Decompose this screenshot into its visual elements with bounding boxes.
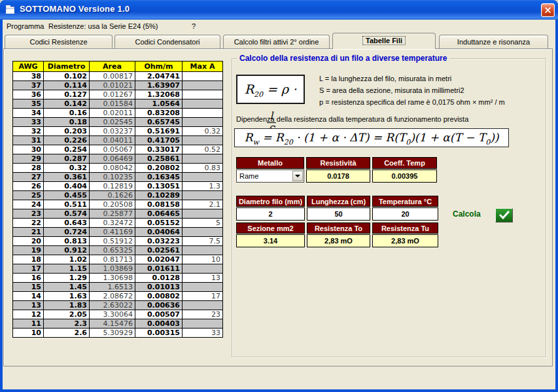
calcola-button[interactable] (495, 208, 513, 223)
table-cell (183, 136, 223, 145)
resistance-to-value: 2,83 mO (307, 234, 370, 247)
table-cell: 0.08042 (90, 164, 135, 173)
table-cell: 17 (183, 292, 223, 301)
tab-induttanze[interactable]: Induttanze e risonanza (439, 35, 548, 48)
window-title: SOTTOMANO Versione 1.0 (20, 4, 130, 14)
table-cell (183, 191, 223, 200)
table-cell: 0.20802 (135, 164, 183, 173)
temperature-input[interactable] (372, 207, 438, 221)
table-cell: 14 (13, 292, 44, 301)
table-cell (183, 319, 223, 329)
table-cell: 0.41169 (90, 228, 135, 237)
table-cell (183, 109, 223, 118)
col-header-awg: AWG (13, 62, 44, 72)
app-window: SOTTOMANO Versione 1.0 Programma Resiste… (0, 0, 558, 392)
table-cell: 0.06469 (90, 154, 135, 164)
table-cell: 20 (13, 237, 44, 246)
table-cell: 0.03223 (135, 237, 183, 246)
table-cell: 0.83208 (135, 109, 183, 118)
table-row: 240.5110.205080.081582.1 (13, 200, 223, 209)
table-cell: 18 (13, 255, 44, 264)
formula-r20-sub: 20 (254, 90, 263, 99)
table-cell: 0.01267 (90, 90, 135, 99)
table-cell: 25 (13, 191, 44, 200)
table-cell: 2.1 (183, 200, 223, 209)
table-row: 190.9120.653250.02561 (13, 246, 223, 255)
groupbox-title: Calcolo della resistenza di un filo a di… (237, 54, 449, 63)
formula-rw-sub: 20 (284, 138, 293, 147)
table-cell: 12 (13, 310, 44, 319)
wire-table-header: AWG Diametro Area Ohm/m Max A (13, 62, 223, 72)
menu-item-programma[interactable]: Programma (7, 20, 44, 33)
table-cell: 0.32 (183, 127, 223, 136)
table-cell: 26 (13, 182, 44, 191)
table-cell: 19 (13, 246, 44, 255)
table-cell (183, 99, 223, 109)
table-cell: 0.81713 (90, 255, 135, 264)
table-cell: 0.25861 (135, 154, 183, 164)
col-header-area: Area (90, 62, 135, 72)
resistance-tu-value: 2,83 mO (372, 234, 438, 247)
table-cell: 0.813 (44, 237, 90, 246)
table-cell: 0.32472 (90, 219, 135, 228)
client-area: Programma Resistenze: usa la Serie E24 (… (3, 20, 555, 389)
menu-item-help[interactable]: ? (192, 20, 196, 33)
tab-calcolo-filtri[interactable]: Calcolo filtri attivi 2° ordine (223, 35, 330, 48)
table-cell: 2.63022 (90, 301, 135, 310)
table-row: 112.34.154760.00403 (13, 319, 223, 329)
table-cell: 0.1626 (90, 191, 135, 200)
tab-codici-condensatori[interactable]: Codici Condensatori (114, 35, 220, 48)
length-input[interactable] (307, 207, 370, 221)
table-cell: 34 (13, 109, 44, 118)
menu-item-resistenze[interactable]: Resistenze: usa la Serie E24 (5%) (48, 20, 158, 33)
table-cell: 0.05152 (135, 219, 183, 228)
table-cell: 0.16 (44, 109, 90, 118)
table-cell: 0.32 (44, 164, 90, 173)
table-cell: 0.00403 (135, 319, 183, 329)
table-cell: 0.16345 (135, 173, 183, 182)
table-cell: 0.203 (44, 127, 90, 136)
metal-select[interactable]: Rame (236, 169, 304, 183)
table-cell: 0.51691 (135, 127, 183, 136)
col-header-diametro: Diametro (44, 62, 90, 72)
chevron-down-icon (295, 175, 300, 177)
legend-section: S = area della sezione, misurata in mill… (319, 84, 505, 96)
table-row: 161.291.306980.012813 (13, 274, 223, 283)
table-cell: 13 (183, 274, 223, 283)
table-cell: 30 (13, 145, 44, 154)
table-cell: 32 (13, 127, 44, 136)
table-row: 220.6430.324720.051525 (13, 219, 223, 228)
close-button[interactable] (541, 3, 555, 17)
tab-tabelle-fili[interactable]: Tabelle Fili (332, 33, 436, 49)
table-cell: 0.01584 (90, 99, 135, 109)
formula-r20-box: R20 = ρ · lS (236, 75, 305, 104)
table-cell: 5 (183, 219, 223, 228)
table-cell (183, 154, 223, 164)
table-row: 370.1140.010211.63907 (13, 81, 223, 90)
table-cell: 1.29 (44, 274, 90, 283)
tab-codici-resistenze[interactable]: Codici Resistenze (5, 35, 113, 48)
table-row: 300.2540.050670.330170.52 (13, 145, 223, 154)
table-cell: 23 (13, 209, 44, 219)
col-header-ohm: Ohm/m (135, 62, 183, 72)
check-icon (499, 211, 510, 220)
table-row: 330.180.025450.65745 (13, 118, 223, 127)
combo-dropdown-button[interactable] (292, 171, 303, 181)
table-cell: 1.32068 (135, 90, 183, 99)
diameter-input[interactable] (236, 207, 305, 221)
table-cell: 13 (13, 301, 44, 310)
table-cell: 23 (183, 310, 223, 319)
table-cell: 1.03869 (90, 264, 135, 274)
table-cell (183, 209, 223, 219)
app-icon (5, 5, 16, 15)
table-cell: 1.45 (44, 283, 90, 292)
table-row: 151.451.65130.01013 (13, 283, 223, 292)
formula-rw-part: · (1 + α · ΔT) = R(T (293, 131, 406, 144)
table-cell: 24 (13, 200, 44, 209)
table-cell (183, 228, 223, 237)
table-cell: 35 (13, 99, 44, 109)
table-row: 230.5740.258770.06465 (13, 209, 223, 219)
table-row: 260.4040.128190.130511.3 (13, 182, 223, 191)
table-cell: 2.04741 (135, 72, 183, 81)
table-cell: 29 (13, 154, 44, 164)
